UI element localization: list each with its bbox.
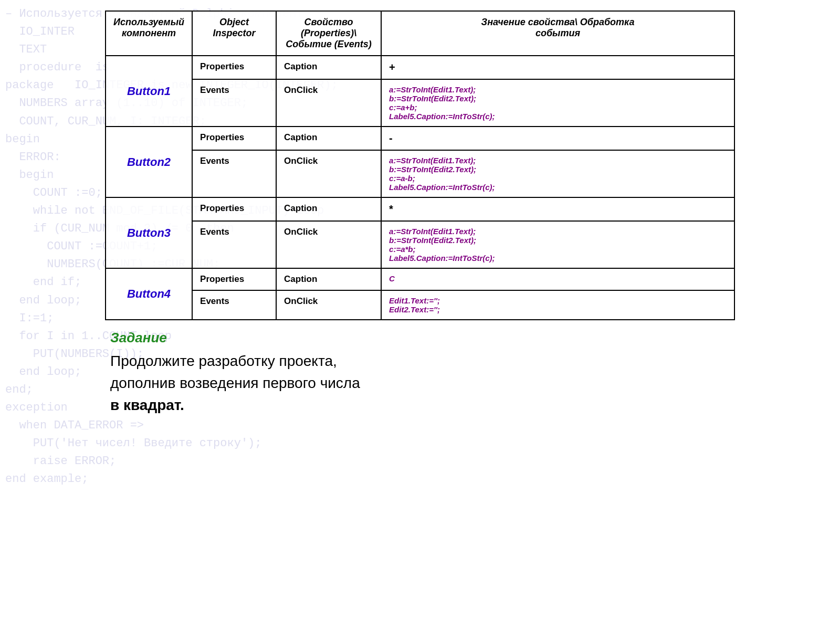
header-inspector: ObjectInspector [192,11,276,56]
value-cell: a:=StrToInt(Edit1.Text);b:=StrToInt(Edit… [381,150,734,197]
footer-zone: Задание Продолжите разработку проекта, д… [105,330,735,416]
property-cell: OnClick [276,79,381,127]
table-row: EventsOnClicka:=StrToInt(Edit1.Text);b:=… [106,221,734,268]
property-cell: OnClick [276,290,381,320]
table-row: EventsOnClickEdit1.Text:='';Edit2.Text:=… [106,290,734,320]
main-table: Используемыйкомпонент ObjectInspector Св… [105,10,735,320]
value-cell: a:=StrToInt(Edit1.Text);b:=StrToInt(Edit… [381,221,734,268]
table-row: Button2PropertiesCaption- [106,127,734,150]
inspector-cell: Properties [192,127,276,150]
component-cell-2: Button3 [106,197,192,268]
value-cell: a:=StrToInt(Edit1.Text);b:=StrToInt(Edit… [381,79,734,127]
footer-title: Задание [110,330,735,346]
table-row: Button4PropertiesCaptionC [106,268,734,290]
header-component: Используемыйкомпонент [106,11,192,56]
value-cell: * [381,197,734,221]
component-cell-0: Button1 [106,56,192,127]
table-row: Button3PropertiesCaption* [106,197,734,221]
header-value: Значение свойства\ Обработкасобытия [381,11,734,56]
footer-text: Продолжите разработку проекта, дополнив … [110,350,735,416]
value-cell: Edit1.Text:='';Edit2.Text:=''; [381,290,734,320]
component-cell-1: Button2 [106,127,192,197]
property-cell: Caption [276,127,381,150]
value-cell: C [381,268,734,290]
inspector-cell: Properties [192,56,276,79]
table-row: EventsOnClicka:=StrToInt(Edit1.Text);b:=… [106,150,734,197]
footer-line3: в квадрат. [110,397,184,413]
value-cell: - [381,127,734,150]
table-row: Button1PropertiesCaption+ [106,56,734,79]
property-cell: Caption [276,197,381,221]
footer-line2: дополнив возведения первого числа [110,375,360,391]
header-property: Свойство (Properties)\Событие (Events) [276,11,381,56]
property-cell: Caption [276,56,381,79]
table-row: EventsOnClicka:=StrToInt(Edit1.Text);b:=… [106,79,734,127]
inspector-cell: Events [192,150,276,197]
footer-line1: Продолжите разработку проекта, [110,353,337,369]
property-cell: OnClick [276,221,381,268]
property-cell: Caption [276,268,381,290]
inspector-cell: Events [192,79,276,127]
inspector-cell: Properties [192,197,276,221]
value-cell: + [381,56,734,79]
inspector-cell: Properties [192,268,276,290]
inspector-cell: Events [192,221,276,268]
component-cell-3: Button4 [106,268,192,320]
inspector-cell: Events [192,290,276,320]
property-cell: OnClick [276,150,381,197]
main-content: Используемыйкомпонент ObjectInspector Св… [0,0,840,432]
